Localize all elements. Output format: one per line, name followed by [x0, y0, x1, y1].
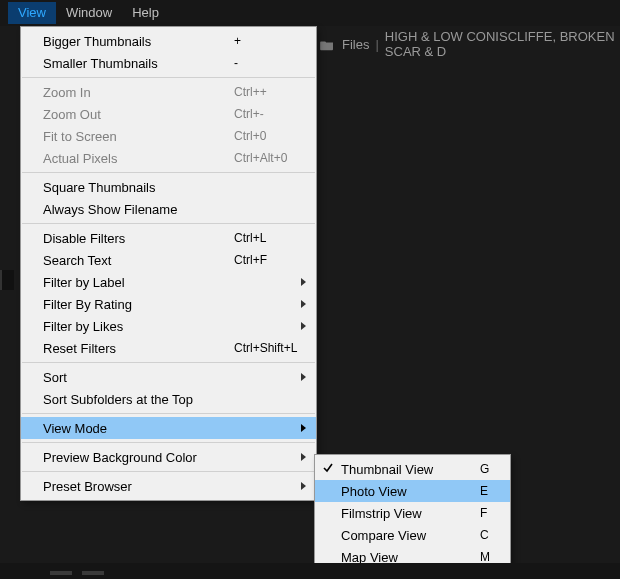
- menu-separator: [22, 413, 315, 414]
- menu-view-mode[interactable]: View Mode: [21, 417, 316, 439]
- menu-zoom-in: Zoom InCtrl++: [21, 81, 316, 103]
- menu-separator: [22, 362, 315, 363]
- chevron-right-icon: [301, 424, 306, 432]
- menu-separator: [22, 77, 315, 78]
- menu-fit-to-screen: Fit to ScreenCtrl+0: [21, 125, 316, 147]
- view-mode-submenu: Thumbnail ViewG Photo ViewE Filmstrip Vi…: [314, 454, 511, 572]
- bottom-strip: [0, 563, 620, 579]
- folder-icon: [320, 39, 334, 51]
- chevron-right-icon: [301, 373, 306, 381]
- menu-view[interactable]: View: [8, 2, 56, 24]
- menu-preset-browser[interactable]: Preset Browser: [21, 475, 316, 497]
- chevron-right-icon: [301, 453, 306, 461]
- menu-filter-by-label[interactable]: Filter by Label: [21, 271, 316, 293]
- menu-separator: [22, 223, 315, 224]
- thumbnail-placeholder: [50, 571, 72, 575]
- menu-help[interactable]: Help: [122, 2, 169, 24]
- submenu-compare-view[interactable]: Compare ViewC: [315, 524, 510, 546]
- menu-separator: [22, 471, 315, 472]
- menu-reset-filters[interactable]: Reset FiltersCtrl+Shift+L: [21, 337, 316, 359]
- menu-always-show-filename[interactable]: Always Show Filename: [21, 198, 316, 220]
- menu-window[interactable]: Window: [56, 2, 122, 24]
- menubar: View Window Help: [0, 0, 620, 26]
- breadcrumb-segment[interactable]: Files: [342, 37, 369, 52]
- sidebar-edge: [0, 270, 14, 290]
- submenu-photo-view[interactable]: Photo ViewE: [315, 480, 510, 502]
- breadcrumb-separator: |: [373, 37, 380, 52]
- chevron-right-icon: [301, 322, 306, 330]
- menu-sort-subfolders-top[interactable]: Sort Subfolders at the Top: [21, 388, 316, 410]
- chevron-right-icon: [301, 278, 306, 286]
- menu-bigger-thumbnails[interactable]: Bigger Thumbnails+: [21, 30, 316, 52]
- menu-search-text[interactable]: Search TextCtrl+F: [21, 249, 316, 271]
- menu-square-thumbnails[interactable]: Square Thumbnails: [21, 176, 316, 198]
- menu-disable-filters[interactable]: Disable FiltersCtrl+L: [21, 227, 316, 249]
- menu-actual-pixels: Actual PixelsCtrl+Alt+0: [21, 147, 316, 169]
- menu-filter-by-likes[interactable]: Filter by Likes: [21, 315, 316, 337]
- menu-smaller-thumbnails[interactable]: Smaller Thumbnails-: [21, 52, 316, 74]
- menu-separator: [22, 442, 315, 443]
- chevron-right-icon: [301, 482, 306, 490]
- menu-sort[interactable]: Sort: [21, 366, 316, 388]
- breadcrumb: Files | HIGH & LOW CONISCLIFFE, BROKEN S…: [320, 29, 620, 59]
- check-icon: [322, 462, 334, 474]
- chevron-right-icon: [301, 300, 306, 308]
- menu-filter-by-rating[interactable]: Filter By Rating: [21, 293, 316, 315]
- thumbnail-placeholder: [82, 571, 104, 575]
- menu-preview-bg-color[interactable]: Preview Background Color: [21, 446, 316, 468]
- breadcrumb-segment[interactable]: HIGH & LOW CONISCLIFFE, BROKEN SCAR & D: [385, 29, 620, 59]
- submenu-thumbnail-view[interactable]: Thumbnail ViewG: [315, 458, 510, 480]
- view-menu-dropdown: Bigger Thumbnails+ Smaller Thumbnails- Z…: [20, 26, 317, 501]
- menu-zoom-out: Zoom OutCtrl+-: [21, 103, 316, 125]
- menu-separator: [22, 172, 315, 173]
- submenu-filmstrip-view[interactable]: Filmstrip ViewF: [315, 502, 510, 524]
